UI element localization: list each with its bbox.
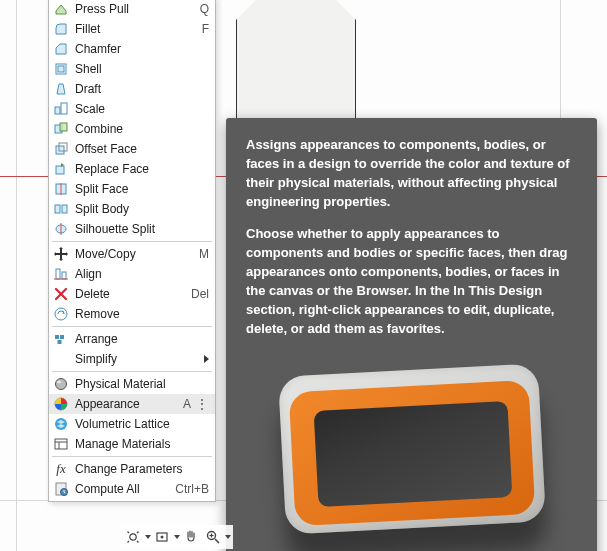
replaceface-icon (53, 161, 69, 177)
menu-separator (52, 326, 212, 327)
shell-icon (53, 61, 69, 77)
menu-shortcut: Ctrl+B (175, 482, 209, 496)
remove-icon (53, 306, 69, 322)
combine-icon (53, 121, 69, 137)
menu-item-move-copy[interactable]: Move/CopyM (49, 244, 215, 264)
delete-icon (53, 286, 69, 302)
svg-rect-26 (55, 439, 67, 449)
menu-item-change-parameters[interactable]: fxChange Parameters (49, 459, 215, 479)
menu-item-label: Move/Copy (75, 247, 193, 261)
menu-item-split-body[interactable]: Split Body (49, 199, 215, 219)
compute-icon (53, 481, 69, 497)
shell-icon (53, 61, 69, 77)
draft-icon (53, 81, 69, 97)
more-options-icon[interactable]: ⋮ (195, 397, 209, 411)
lattice-icon (53, 416, 69, 432)
menu-item-align[interactable]: Align (49, 264, 215, 284)
modify-context-menu[interactable]: Press PullQFilletFChamferShellDraftScale… (48, 0, 216, 502)
presspull-icon (53, 1, 69, 17)
lattice-icon (53, 416, 69, 432)
svg-rect-11 (55, 205, 60, 213)
menu-item-compute-all[interactable]: Compute AllCtrl+B (49, 479, 215, 499)
menu-item-label: Change Parameters (75, 462, 209, 476)
scale-icon (53, 101, 69, 117)
svg-rect-5 (60, 123, 67, 131)
menu-item-label: Split Body (75, 202, 209, 216)
svg-point-22 (56, 379, 67, 390)
fx-icon: fx (56, 461, 65, 477)
menu-item-simplify[interactable]: Simplify (49, 349, 215, 369)
menu-separator (52, 371, 212, 372)
svg-rect-3 (61, 103, 67, 114)
menu-item-label: Combine (75, 122, 209, 136)
menu-item-label: Remove (75, 307, 209, 321)
svg-line-37 (215, 539, 219, 543)
replaceface-icon (53, 161, 69, 177)
splitface-icon (53, 181, 69, 197)
menu-item-press-pull[interactable]: Press PullQ (49, 0, 215, 19)
remove-icon (53, 306, 69, 322)
svg-rect-21 (58, 340, 62, 344)
managemat-icon (53, 436, 69, 452)
menu-item-manage-materials[interactable]: Manage Materials (49, 434, 215, 454)
menu-item-silhouette-split[interactable]: Silhouette Split (49, 219, 215, 239)
menu-item-draft[interactable]: Draft (49, 79, 215, 99)
tooltip-illustration (246, 352, 577, 551)
menu-item-fillet[interactable]: FilletF (49, 19, 215, 39)
menu-item-label: Delete (75, 287, 185, 301)
menu-separator (52, 241, 212, 242)
chamfer-icon (53, 41, 69, 57)
menu-item-label: Simplify (75, 352, 200, 366)
menu-item-physical-material[interactable]: Physical Material (49, 374, 215, 394)
menu-item-delete[interactable]: DeleteDel (49, 284, 215, 304)
menu-item-volumetric-lattice[interactable]: Volumetric Lattice (49, 414, 215, 434)
tooltip-paragraph: Choose whether to apply appearances to c… (246, 225, 577, 338)
menu-separator (52, 456, 212, 457)
compute-icon (53, 481, 69, 497)
tooltip-panel: Assigns appearances to components, bodie… (226, 118, 597, 551)
svg-rect-12 (62, 205, 67, 213)
physmat-icon (53, 376, 69, 392)
move-icon (53, 246, 69, 262)
menu-item-label: Appearance (75, 397, 177, 411)
menu-item-label: Chamfer (75, 42, 209, 56)
splitface-icon (53, 181, 69, 197)
menu-shortcut: Q (200, 2, 209, 16)
pan-button[interactable] (180, 527, 202, 547)
menu-item-remove[interactable]: Remove (49, 304, 215, 324)
arrange-icon (53, 331, 69, 347)
menu-item-split-face[interactable]: Split Face (49, 179, 215, 199)
move-icon (53, 246, 69, 262)
look-at-button[interactable] (151, 527, 173, 547)
arrange-icon (53, 331, 69, 347)
menu-item-combine[interactable]: Combine (49, 119, 215, 139)
svg-point-31 (130, 534, 136, 540)
menu-item-arrange[interactable]: Arrange (49, 329, 215, 349)
menu-item-label: Arrange (75, 332, 209, 346)
svg-rect-6 (56, 146, 64, 154)
menu-shortcut: F (202, 22, 209, 36)
svg-rect-20 (60, 335, 64, 339)
menu-item-replace-face[interactable]: Replace Face (49, 159, 215, 179)
menu-item-scale[interactable]: Scale (49, 99, 215, 119)
menu-item-label: Manage Materials (75, 437, 209, 451)
chevron-down-icon[interactable] (225, 535, 231, 539)
orbit-button[interactable] (122, 527, 144, 547)
menu-item-offset-face[interactable]: Offset Face (49, 139, 215, 159)
fx-icon: fx (53, 461, 69, 477)
presspull-icon (53, 1, 69, 17)
menu-item-label: Press Pull (75, 2, 194, 16)
menu-item-label: Fillet (75, 22, 196, 36)
svg-rect-15 (56, 269, 60, 279)
menu-item-appearance[interactable]: AppearanceA⋮ (49, 394, 215, 414)
menu-item-shell[interactable]: Shell (49, 59, 215, 79)
blank-icon (53, 351, 69, 367)
pan-icon (183, 529, 199, 545)
gridline (16, 0, 17, 551)
svg-rect-8 (56, 166, 64, 174)
svg-rect-2 (55, 107, 60, 114)
scale-icon (53, 101, 69, 117)
zoom-icon (205, 529, 221, 545)
menu-item-chamfer[interactable]: Chamfer (49, 39, 215, 59)
zoom-button[interactable] (202, 527, 224, 547)
